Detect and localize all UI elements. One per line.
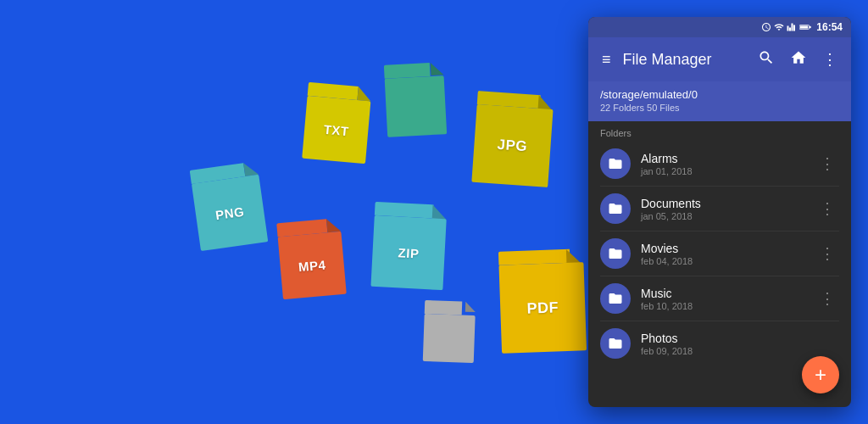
folder-more-music[interactable]: ⋮ bbox=[816, 287, 839, 310]
file-label-pdf: PDF bbox=[526, 298, 559, 317]
path-info: 22 Folders 50 Files bbox=[600, 103, 839, 113]
file-card-jpg: JPG bbox=[471, 91, 554, 187]
search-icon[interactable] bbox=[754, 46, 778, 74]
path-bar: /storage/emulated/0 22 Folders 50 Files bbox=[588, 81, 851, 121]
status-time: 16:54 bbox=[816, 21, 843, 33]
svg-rect-1 bbox=[800, 26, 808, 29]
battery-icon bbox=[799, 22, 811, 32]
folder-info-music: Music feb 10, 2018 bbox=[641, 287, 816, 311]
folder-info-movies: Movies feb 04, 2018 bbox=[641, 242, 816, 266]
section-label: Folders bbox=[588, 121, 851, 142]
folder-item-alarms[interactable]: Alarms jan 01, 2018 ⋮ bbox=[588, 142, 851, 186]
folder-name-alarms: Alarms bbox=[641, 152, 816, 165]
file-card-mp4: MP4 bbox=[276, 218, 347, 299]
folder-date-documents: jan 05, 2018 bbox=[641, 211, 816, 221]
more-icon[interactable]: ⋮ bbox=[819, 47, 841, 72]
phone-panel: 16:54 ≡ File Manager ⋮ /storage/emulated… bbox=[588, 17, 851, 407]
file-card-gray bbox=[423, 300, 476, 363]
folder-item-documents[interactable]: Documents jan 05, 2018 ⋮ bbox=[588, 187, 851, 231]
app-bar: ≡ File Manager ⋮ bbox=[588, 37, 851, 81]
folder-name-movies: Movies bbox=[641, 242, 816, 255]
fab-button[interactable]: + bbox=[802, 356, 839, 393]
app-title: File Manager bbox=[623, 51, 746, 69]
folder-icon-alarms bbox=[600, 148, 631, 179]
folder-svg-documents bbox=[608, 201, 623, 216]
folder-item-movies[interactable]: Movies feb 04, 2018 ⋮ bbox=[588, 232, 851, 276]
fab-icon: + bbox=[815, 363, 826, 387]
folder-icon-documents bbox=[600, 193, 631, 224]
folder-icon-movies bbox=[600, 238, 631, 269]
svg-rect-2 bbox=[810, 26, 811, 28]
wifi-icon bbox=[774, 22, 784, 32]
signal-icon bbox=[787, 22, 797, 32]
home-icon[interactable] bbox=[787, 46, 810, 74]
folder-svg-music bbox=[608, 291, 623, 306]
status-icons bbox=[761, 22, 811, 32]
folder-name-photos: Photos bbox=[641, 332, 839, 345]
folder-more-documents[interactable]: ⋮ bbox=[816, 198, 839, 220]
file-label-txt: TXT bbox=[323, 121, 349, 138]
folder-svg-photos bbox=[608, 336, 623, 351]
file-label-jpg: JPG bbox=[497, 137, 528, 155]
folder-date-music: feb 10, 2018 bbox=[641, 301, 816, 311]
folder-info-photos: Photos feb 09, 2018 bbox=[641, 332, 839, 356]
file-card-pdf: PDF bbox=[498, 248, 587, 353]
folder-date-alarms: jan 01, 2018 bbox=[641, 166, 816, 176]
folder-name-music: Music bbox=[641, 287, 816, 300]
folder-info-documents: Documents jan 05, 2018 bbox=[641, 197, 816, 221]
folder-more-movies[interactable]: ⋮ bbox=[816, 243, 839, 265]
alarm-icon bbox=[761, 22, 771, 32]
folder-info-alarms: Alarms jan 01, 2018 bbox=[641, 152, 816, 176]
folder-name-documents: Documents bbox=[641, 197, 816, 210]
status-bar: 16:54 bbox=[588, 17, 851, 37]
folder-svg-alarms bbox=[608, 156, 623, 171]
file-label-zip: ZIP bbox=[398, 245, 420, 260]
file-label-mp4: MP4 bbox=[298, 257, 326, 274]
folder-date-movies: feb 04, 2018 bbox=[641, 256, 816, 266]
file-card-teal bbox=[384, 62, 447, 137]
folder-icon-photos bbox=[600, 328, 631, 359]
current-path: /storage/emulated/0 bbox=[600, 88, 839, 101]
folder-more-alarms[interactable]: ⋮ bbox=[816, 153, 839, 175]
file-card-zip: ZIP bbox=[370, 202, 447, 290]
file-label-png: PNG bbox=[214, 204, 245, 222]
folder-icon-music bbox=[600, 283, 631, 314]
file-card-png: PNG bbox=[190, 161, 269, 251]
menu-icon[interactable]: ≡ bbox=[598, 47, 615, 72]
folder-item-music[interactable]: Music feb 10, 2018 ⋮ bbox=[588, 276, 851, 321]
folder-svg-movies bbox=[608, 246, 623, 261]
file-card-txt: TXT bbox=[302, 82, 372, 164]
folder-date-photos: feb 09, 2018 bbox=[641, 346, 839, 356]
